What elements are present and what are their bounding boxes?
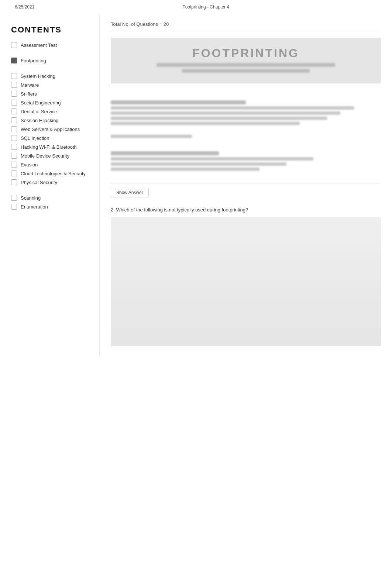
- sidebar-label-malware: Malware: [21, 82, 39, 88]
- section-divider-1: [111, 88, 381, 88]
- show-answer-button[interactable]: Show Answer: [111, 188, 149, 197]
- checkbox-icon-cloud-technologies: [11, 170, 17, 176]
- sidebar-item-sniffers[interactable]: Sniffers: [11, 89, 92, 98]
- checkbox-icon-sniffers: [11, 91, 17, 97]
- answer-blur-line-1: [111, 157, 313, 161]
- sidebar-label-enumeration: Enumeration: [21, 204, 48, 210]
- answer-blur-line-2: [111, 162, 286, 166]
- sidebar-item-denial-of-service[interactable]: Denial of Service: [11, 107, 92, 116]
- question-2-text: 2. Which of the following is not typical…: [111, 207, 381, 213]
- sidebar-label-sniffers: Sniffers: [21, 91, 37, 97]
- page-header: 6/25/2021 Footprinting - Chapter 4: [0, 0, 392, 14]
- sidebar-label-system-hacking: System Hacking: [21, 73, 55, 79]
- q1-blur-line-2: [111, 111, 340, 115]
- sidebar-item-evasion[interactable]: Evasion: [11, 160, 92, 169]
- sidebar-item-session-hijacking[interactable]: Session Hijacking: [11, 116, 92, 125]
- sidebar-item-malware[interactable]: Malware: [11, 80, 92, 89]
- footprinting-banner-title: FOOTPRINTING: [118, 46, 374, 60]
- q1-blur-line-1: [111, 106, 354, 110]
- top-divider: [111, 30, 381, 30]
- q1-blur-number: [111, 100, 246, 104]
- sidebar-item-enumeration[interactable]: Enumeration: [11, 202, 92, 211]
- sidebar-item-web-servers[interactable]: Web Servers & Applications: [11, 125, 92, 134]
- checkbox-icon-system-hacking: [11, 73, 17, 79]
- sidebar-item-mobile-device-security[interactable]: Mobile Device Security: [11, 151, 92, 160]
- checkbox-icon-sql-injection: [11, 135, 17, 141]
- section-divider-2: [111, 183, 381, 183]
- checkbox-icon-web-servers: [11, 126, 17, 132]
- sidebar-label-mobile-device-security: Mobile Device Security: [21, 153, 69, 159]
- checkbox-icon-hacking-wifi: [11, 144, 17, 150]
- sidebar-item-assessment-test[interactable]: Assessment Test: [11, 41, 92, 49]
- sidebar-title: CONTENTS: [11, 25, 92, 35]
- sidebar-item-cloud-technologies[interactable]: Cloud Technologies & Security: [11, 169, 92, 178]
- sidebar-label-social-engineering: Social Engineering: [21, 100, 61, 106]
- checkbox-icon-footprinting: [11, 58, 17, 63]
- checkbox-icon-session-hijacking: [11, 117, 17, 123]
- subtitle-blur-2: [182, 69, 310, 73]
- checkbox-icon-enumeration: [11, 204, 17, 210]
- question-2-section: 2. Which of the following is not typical…: [111, 207, 381, 213]
- checkbox-icon-assessment-test: [11, 42, 17, 48]
- sidebar: CONTENTS Assessment Test Footprinting Sy…: [0, 14, 100, 357]
- answer-blur-line-3: [111, 168, 259, 171]
- sidebar-label-session-hijacking: Session Hijacking: [21, 118, 59, 123]
- sidebar-label-sql-injection: SQL Injection: [21, 135, 49, 141]
- questions-count: Total No. of Questions = 20: [111, 21, 381, 27]
- answer-blur-number: [111, 151, 219, 155]
- checkbox-icon-scanning: [11, 195, 17, 201]
- question-1-blurred: [111, 93, 381, 133]
- sidebar-label-denial-of-service: Denial of Service: [21, 109, 57, 114]
- checkbox-icon-evasion: [11, 162, 17, 168]
- sidebar-item-hacking-wifi[interactable]: Hacking Wi-Fi & Bluetooth: [11, 142, 92, 151]
- header-title: Footprinting - Chapter 4: [182, 4, 229, 10]
- sidebar-label-assessment-test: Assessment Test: [21, 42, 57, 48]
- sidebar-item-footprinting[interactable]: Footprinting: [11, 56, 92, 65]
- q1-blur-line-4: [111, 122, 300, 125]
- page-body: CONTENTS Assessment Test Footprinting Sy…: [0, 14, 392, 357]
- subtitle-blur-1: [157, 63, 335, 67]
- answer-1-blurred: [111, 144, 381, 179]
- sidebar-label-footprinting: Footprinting: [21, 58, 46, 63]
- checkbox-icon-physical-security: [11, 179, 17, 185]
- main-content: Total No. of Questions = 20 FOOTPRINTING: [100, 14, 392, 357]
- q1-blur-line-3: [111, 117, 327, 120]
- sidebar-label-hacking-wifi: Hacking Wi-Fi & Bluetooth: [21, 144, 77, 150]
- sidebar-label-physical-security: Physical Security: [21, 180, 57, 185]
- header-date: 6/25/2021: [15, 4, 34, 10]
- q1-small-blur: [111, 135, 192, 138]
- checkbox-icon-mobile-device-security: [11, 153, 17, 159]
- sidebar-label-scanning: Scanning: [21, 195, 41, 201]
- sidebar-item-system-hacking[interactable]: System Hacking: [11, 72, 92, 80]
- sidebar-label-evasion: Evasion: [21, 162, 38, 168]
- sidebar-item-sql-injection[interactable]: SQL Injection: [11, 134, 92, 142]
- sidebar-label-web-servers: Web Servers & Applications: [21, 127, 80, 132]
- footprinting-banner: FOOTPRINTING: [111, 38, 381, 83]
- checkbox-icon-malware: [11, 82, 17, 88]
- checkbox-icon-denial-of-service: [11, 108, 17, 114]
- sidebar-item-physical-security[interactable]: Physical Security: [11, 178, 92, 187]
- sidebar-item-scanning[interactable]: Scanning: [11, 193, 92, 202]
- checkbox-icon-social-engineering: [11, 100, 17, 106]
- sidebar-label-cloud-technologies: Cloud Technologies & Security: [21, 171, 86, 176]
- sidebar-item-social-engineering[interactable]: Social Engineering: [11, 98, 92, 107]
- bottom-blurred-area: [111, 217, 381, 346]
